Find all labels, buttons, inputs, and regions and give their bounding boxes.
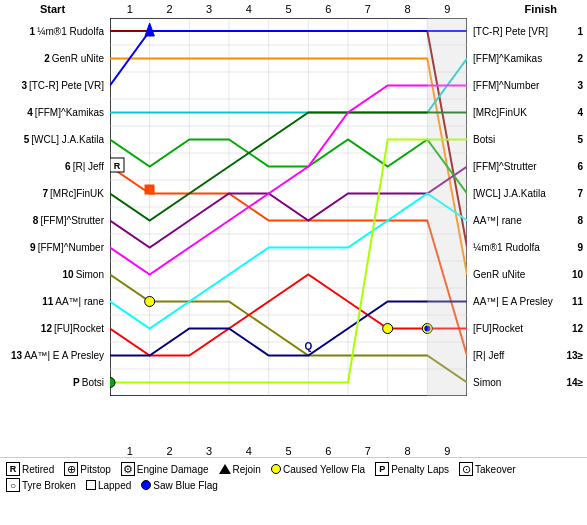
start-label-7: 7 [MRc]FinUK — [0, 180, 108, 207]
finish-label-7: [WCL] J.A.Katila 7 — [469, 180, 587, 207]
svg-point-28 — [145, 297, 155, 307]
takeover-icon: ⊙ — [459, 462, 473, 476]
legend-tyre: ○ Tyre Broken — [6, 478, 76, 492]
legend-engine-label: Engine Damage — [137, 464, 209, 475]
start-label-9: 9 [FFM]^Number — [0, 234, 108, 261]
chart-container: Start Finish 1 2 3 4 5 6 7 8 9 1 2 3 4 5… — [0, 0, 587, 525]
col-header-8: 8 — [388, 3, 428, 15]
start-label-3: 3 [TC-R] Pete [VR] — [0, 72, 108, 99]
legend-engine: ⚙ Engine Damage — [121, 462, 209, 476]
legend-pitstop: ⊕ Pitstop — [64, 462, 111, 476]
legend-rejoin-label: Rejoin — [233, 464, 261, 475]
finish-label-6: [FFM]^Strutter 6 — [469, 153, 587, 180]
start-label-10: 10 Simon — [0, 261, 108, 288]
legend: R Retired ⊕ Pitstop ⚙ Engine Damage Rejo… — [0, 457, 587, 525]
legend-rejoin: Rejoin — [219, 462, 261, 476]
start-label-1: 1 ¼m®1 Rudolfa — [0, 18, 108, 45]
legend-takeover-label: Takeover — [475, 464, 516, 475]
finish-label-12: [FU]Rocket 12 — [469, 315, 587, 342]
start-label-13: 13 AA™| E A Presley — [0, 342, 108, 369]
start-label-8: 8 [FFM]^Strutter — [0, 207, 108, 234]
svg-rect-33 — [427, 18, 467, 396]
penalty-icon: P — [375, 462, 389, 476]
legend-penalty: P Penalty Laps — [375, 462, 449, 476]
start-label-4: 4 [FFM]^Kamikas — [0, 99, 108, 126]
start-label-6: 6 [R| Jeff — [0, 153, 108, 180]
finish-label-2: [FFM]^Kamikas 2 — [469, 45, 587, 72]
start-label-12: 12 [FU]Rocket — [0, 315, 108, 342]
col-header-5: 5 — [269, 3, 309, 15]
svg-point-29 — [383, 324, 393, 334]
retired-icon: R — [6, 462, 20, 476]
finish-label-9: ¼m®1 Rudolfa 9 — [469, 234, 587, 261]
blue-flag-icon — [141, 480, 151, 490]
legend-blue-flag: Saw Blue Flag — [141, 478, 217, 492]
pitstop-icon: ⊕ — [64, 462, 78, 476]
engine-icon: ⚙ — [121, 462, 135, 476]
finish-label-11: AA™| E A Presley 11 — [469, 288, 587, 315]
legend-takeover: ⊙ Takeover — [459, 462, 516, 476]
col-header-9: 9 — [427, 3, 467, 15]
start-header: Start — [40, 3, 65, 15]
svg-rect-27 — [145, 185, 154, 194]
finish-label-14: Simon 14≥ — [469, 369, 587, 396]
legend-lapped: Lapped — [86, 478, 131, 492]
col-headers-bottom: 1 2 3 4 5 6 7 8 9 — [110, 445, 467, 457]
legend-retired-label: Retired — [22, 464, 54, 475]
finish-label-1: [TC-R] Pete [VR] 1 — [469, 18, 587, 45]
position-chart: Q R — [110, 18, 467, 396]
q-marker: Q — [304, 341, 312, 352]
start-label-2: 2 GenR uNite — [0, 45, 108, 72]
legend-yellow-flag: Caused Yellow Fla — [271, 462, 365, 476]
legend-yellow-flag-label: Caused Yellow Fla — [283, 464, 365, 475]
col-headers: 1 2 3 4 5 6 7 8 9 — [110, 3, 467, 15]
start-label-p: P Botsi — [0, 369, 108, 396]
finish-label-8: AA™| rane 8 — [469, 207, 587, 234]
start-label-11: 11 AA™| rane — [0, 288, 108, 315]
tyre-icon: ○ — [6, 478, 20, 492]
finish-labels: [TC-R] Pete [VR] 1 [FFM]^Kamikas 2 [FFM]… — [469, 18, 587, 396]
finish-label-13: [R| Jeff 13≥ — [469, 342, 587, 369]
yellow-flag-icon — [271, 464, 281, 474]
legend-penalty-label: Penalty Laps — [391, 464, 449, 475]
col-header-4: 4 — [229, 3, 269, 15]
col-header-6: 6 — [308, 3, 348, 15]
lapped-icon — [86, 480, 96, 490]
finish-label-4: [MRc]FinUK 4 — [469, 99, 587, 126]
col-header-7: 7 — [348, 3, 388, 15]
start-labels: 1 ¼m®1 Rudolfa 2 GenR uNite 3 [TC-R] Pet… — [0, 18, 108, 396]
rejoin-icon — [219, 464, 231, 474]
finish-header: Finish — [525, 3, 557, 15]
legend-tyre-label: Tyre Broken — [22, 480, 76, 491]
finish-label-3: [FFM]^Number 3 — [469, 72, 587, 99]
legend-retired: R Retired — [6, 462, 54, 476]
finish-label-10: GenR uNite 10 — [469, 261, 587, 288]
legend-pitstop-label: Pitstop — [80, 464, 111, 475]
col-header-1: 1 — [110, 3, 150, 15]
start-label-5: 5 [WCL] J.A.Katila — [0, 126, 108, 153]
retired-label: R — [114, 161, 121, 171]
finish-label-5: Botsi 5 — [469, 126, 587, 153]
legend-blue-flag-label: Saw Blue Flag — [153, 480, 217, 491]
col-header-3: 3 — [189, 3, 229, 15]
col-header-2: 2 — [150, 3, 190, 15]
legend-lapped-label: Lapped — [98, 480, 131, 491]
